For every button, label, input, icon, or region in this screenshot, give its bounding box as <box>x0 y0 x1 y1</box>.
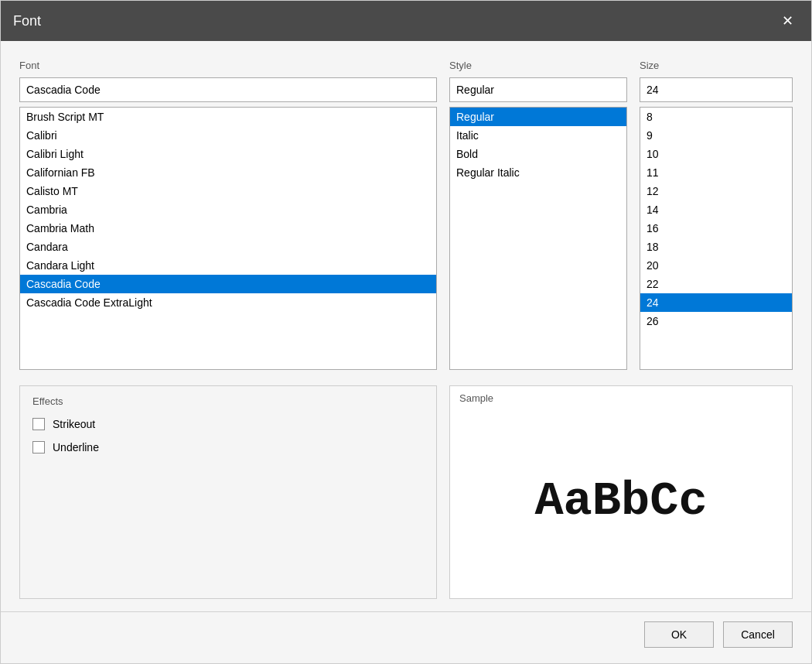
font-input[interactable] <box>19 77 437 102</box>
bottom-section: Effects Strikeout Underline Sample AaBbC… <box>19 385 793 599</box>
font-list-item[interactable]: Calibri Light <box>20 145 436 163</box>
size-column: Size 8910111214161820222426 <box>640 60 793 370</box>
style-list[interactable]: RegularItalicBoldRegular Italic <box>449 107 627 370</box>
sample-box: Sample AaBbCc <box>449 385 793 599</box>
font-list-item[interactable]: Cambria <box>20 200 436 219</box>
size-list-item[interactable]: 24 <box>640 293 792 312</box>
size-input[interactable] <box>640 77 793 102</box>
close-button[interactable]: ✕ <box>776 9 799 33</box>
font-list-item[interactable]: Calisto MT <box>20 182 436 200</box>
strikeout-label: Strikeout <box>53 418 95 430</box>
font-dialog: Font ✕ Font Brush Script MTCalibriCalibr… <box>0 0 812 664</box>
size-list-item[interactable]: 10 <box>640 145 792 163</box>
sample-content: AaBbCc <box>450 404 792 598</box>
style-list-item[interactable]: Regular <box>450 108 626 126</box>
style-label: Style <box>449 60 627 71</box>
strikeout-checkbox[interactable] <box>32 418 45 430</box>
style-column: Style RegularItalicBoldRegular Italic <box>449 60 627 370</box>
effects-box: Effects Strikeout Underline <box>19 385 437 599</box>
font-column: Font Brush Script MTCalibriCalibri Light… <box>19 60 437 370</box>
cancel-button[interactable]: Cancel <box>723 621 793 648</box>
style-input[interactable] <box>449 77 627 102</box>
size-list-item[interactable]: 11 <box>640 163 792 182</box>
font-list-item[interactable]: Cascadia Code <box>20 275 436 293</box>
size-list-item[interactable]: 22 <box>640 275 792 293</box>
font-list[interactable]: Brush Script MTCalibriCalibri LightCalif… <box>19 107 437 370</box>
dialog-footer: OK Cancel <box>1 611 811 663</box>
font-list-item[interactable]: Calibri <box>20 126 436 145</box>
font-list-item[interactable]: Candara Light <box>20 256 436 275</box>
ok-button[interactable]: OK <box>644 621 714 648</box>
underline-label: Underline <box>53 441 99 454</box>
title-bar: Font ✕ <box>1 1 811 41</box>
size-label: Size <box>640 60 793 71</box>
style-list-item[interactable]: Italic <box>450 126 626 145</box>
size-list-item[interactable]: 9 <box>640 126 792 145</box>
size-list-item[interactable]: 14 <box>640 200 792 219</box>
underline-checkbox[interactable] <box>32 441 45 454</box>
font-list-item[interactable]: Cascadia Code ExtraLight <box>20 293 436 312</box>
size-list-item[interactable]: 12 <box>640 182 792 200</box>
dialog-body: Font Brush Script MTCalibriCalibri Light… <box>1 41 811 611</box>
font-list-item[interactable]: Candara <box>20 238 436 256</box>
size-list-item[interactable]: 20 <box>640 256 792 275</box>
strikeout-effect: Strikeout <box>32 418 424 430</box>
sample-title: Sample <box>450 386 792 404</box>
size-list-item[interactable]: 18 <box>640 238 792 256</box>
dialog-title: Font <box>13 13 41 29</box>
font-list-item[interactable]: Californian FB <box>20 163 436 182</box>
size-list-item[interactable]: 16 <box>640 219 792 238</box>
top-section: Font Brush Script MTCalibriCalibri Light… <box>19 60 793 370</box>
size-list-item[interactable]: 8 <box>640 108 792 126</box>
font-list-item[interactable]: Brush Script MT <box>20 108 436 126</box>
style-list-item[interactable]: Bold <box>450 145 626 163</box>
style-list-item[interactable]: Regular Italic <box>450 163 626 182</box>
size-list-item[interactable]: 26 <box>640 312 792 330</box>
font-list-item[interactable]: Cambria Math <box>20 219 436 238</box>
size-list[interactable]: 8910111214161820222426 <box>640 107 793 370</box>
underline-effect: Underline <box>32 441 424 454</box>
font-label: Font <box>19 60 437 71</box>
effects-title: Effects <box>32 395 424 407</box>
